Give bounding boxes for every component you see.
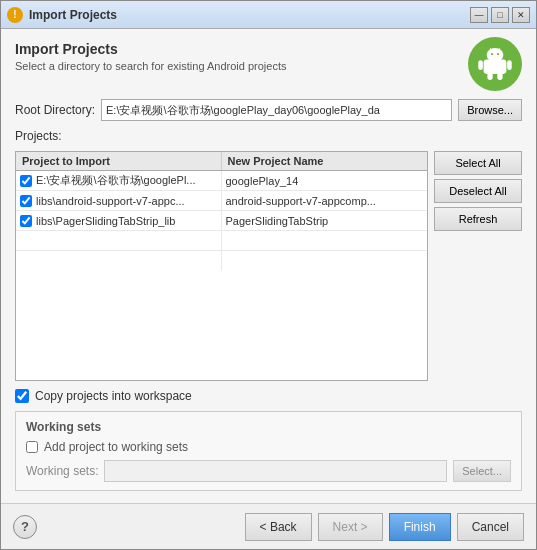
working-sets-section: Working sets Add project to working sets…: [15, 411, 522, 491]
browse-button[interactable]: Browse...: [458, 99, 522, 121]
table-cell-name-0: googlePlay_14: [222, 171, 428, 190]
svg-point-2: [491, 53, 493, 55]
working-sets-field-label: Working sets:: [26, 464, 98, 478]
projects-table: Project to Import New Project Name E:\安卓…: [15, 151, 428, 381]
dialog-subtitle: Select a directory to search for existin…: [15, 60, 286, 72]
deselect-all-button[interactable]: Deselect All: [434, 179, 522, 203]
row-1-name: android-support-v7-appcomp...: [226, 195, 376, 207]
header-section: Import Projects Select a directory to se…: [15, 41, 522, 91]
titlebar-controls: — □ ✕: [470, 7, 530, 23]
col-header-name: New Project Name: [222, 152, 428, 170]
svg-rect-9: [497, 72, 502, 80]
working-sets-select-button[interactable]: Select...: [453, 460, 511, 482]
titlebar-left: ! Import Projects: [7, 7, 117, 23]
titlebar: ! Import Projects — □ ✕: [1, 1, 536, 29]
side-buttons: Select All Deselect All Refresh: [434, 151, 522, 381]
working-sets-input[interactable]: [104, 460, 447, 482]
table-cell-project-2: libs\PagerSlidingTabStrip_lib: [16, 211, 222, 230]
table-cell-name-1: android-support-v7-appcomp...: [222, 191, 428, 210]
svg-rect-6: [478, 60, 483, 70]
row-0-checkbox[interactable]: [20, 175, 32, 187]
refresh-button[interactable]: Refresh: [434, 207, 522, 231]
footer-right: < Back Next > Finish Cancel: [245, 513, 524, 541]
cancel-button[interactable]: Cancel: [457, 513, 524, 541]
table-row-empty-2: [16, 251, 427, 271]
dialog-content: Import Projects Select a directory to se…: [1, 29, 536, 503]
working-sets-title: Working sets: [26, 420, 511, 434]
projects-label: Projects:: [15, 129, 522, 143]
row-1-checkbox[interactable]: [20, 195, 32, 207]
copy-checkbox-row: Copy projects into workspace: [15, 389, 522, 403]
add-to-working-sets-checkbox[interactable]: [26, 441, 38, 453]
svg-point-1: [487, 48, 504, 62]
svg-rect-8: [487, 72, 492, 80]
root-directory-input[interactable]: [101, 99, 452, 121]
footer: ? < Back Next > Finish Cancel: [1, 503, 536, 549]
finish-button[interactable]: Finish: [389, 513, 451, 541]
main-window: ! Import Projects — □ ✕ Import Projects …: [0, 0, 537, 550]
maximize-button[interactable]: □: [491, 7, 509, 23]
next-button[interactable]: Next >: [318, 513, 383, 541]
table-header: Project to Import New Project Name: [16, 152, 427, 171]
copy-projects-checkbox[interactable]: [15, 389, 29, 403]
app-icon: !: [7, 7, 23, 23]
add-to-working-sets-label: Add project to working sets: [44, 440, 188, 454]
root-directory-label: Root Directory:: [15, 103, 95, 117]
row-0-project: E:\安卓视频\谷歌市场\googlePl...: [36, 173, 196, 188]
row-2-name: PagerSlidingTabStrip: [226, 215, 329, 227]
working-sets-input-row: Working sets: Select...: [26, 460, 511, 482]
row-2-project: libs\PagerSlidingTabStrip_lib: [36, 215, 175, 227]
minimize-button[interactable]: —: [470, 7, 488, 23]
help-button[interactable]: ?: [13, 515, 37, 539]
working-sets-add-row: Add project to working sets: [26, 440, 511, 454]
svg-point-3: [497, 53, 499, 55]
select-all-button[interactable]: Select All: [434, 151, 522, 175]
svg-rect-7: [507, 60, 512, 70]
row-1-project: libs\android-support-v7-appc...: [36, 195, 185, 207]
copy-projects-label: Copy projects into workspace: [35, 389, 192, 403]
table-cell-name-2: PagerSlidingTabStrip: [222, 211, 428, 230]
col-header-project: Project to Import: [16, 152, 222, 170]
table-row: libs\PagerSlidingTabStrip_lib PagerSlidi…: [16, 211, 427, 231]
table-row-empty-1: [16, 231, 427, 251]
root-directory-row: Root Directory: Browse...: [15, 99, 522, 121]
android-icon: [476, 45, 514, 83]
dialog-title: Import Projects: [15, 41, 286, 57]
row-2-checkbox[interactable]: [20, 215, 32, 227]
header-text: Import Projects Select a directory to se…: [15, 41, 286, 72]
table-row: E:\安卓视频\谷歌市场\googlePl... googlePlay_14: [16, 171, 427, 191]
back-button[interactable]: < Back: [245, 513, 312, 541]
footer-left: ?: [13, 515, 37, 539]
table-row: libs\android-support-v7-appc... android-…: [16, 191, 427, 211]
android-logo: [468, 37, 522, 91]
table-cell-project-1: libs\android-support-v7-appc...: [16, 191, 222, 210]
row-0-name: googlePlay_14: [226, 175, 299, 187]
titlebar-title: Import Projects: [29, 8, 117, 22]
table-cell-project-0: E:\安卓视频\谷歌市场\googlePl...: [16, 171, 222, 190]
projects-container: Project to Import New Project Name E:\安卓…: [15, 151, 522, 381]
close-button[interactable]: ✕: [512, 7, 530, 23]
